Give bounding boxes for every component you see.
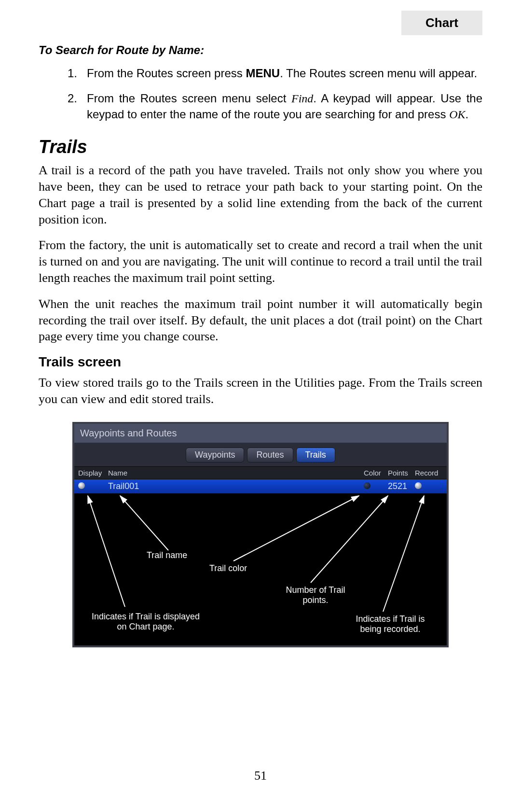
trail-row[interactable]: Trail001 2521 (74, 479, 447, 493)
text: . (465, 108, 468, 121)
step-2: 2. From the Routes screen menu select Fi… (68, 91, 482, 122)
text: From the Routes screen press (87, 67, 246, 80)
svg-line-3 (311, 496, 388, 583)
search-route-heading: To Search for Route by Name: (39, 43, 482, 57)
text: Number of Trail (286, 585, 345, 595)
tab-trails[interactable]: Trails (296, 448, 335, 462)
column-headers: Display Name Color Points Record (74, 466, 447, 479)
text: points. (302, 595, 328, 605)
svg-line-4 (383, 496, 424, 612)
anno-num-points: Number of Trail points. (272, 585, 359, 606)
col-color: Color (364, 469, 388, 477)
col-points: Points (388, 469, 415, 477)
window-title: Waypoints and Routes (74, 424, 447, 444)
name-cell: Trail001 (108, 481, 364, 491)
text: being recorded. (360, 624, 420, 634)
page-number: 51 (0, 769, 521, 783)
svg-line-2 (233, 496, 359, 561)
text: Indicates if Trail is displayed (92, 612, 200, 621)
step-number: 1. (68, 66, 87, 81)
device-screenshot: Waypoints and Routes Waypoints Routes Tr… (72, 422, 449, 647)
step-1: 1. From the Routes screen press MENU. Th… (68, 66, 482, 81)
col-display: Display (78, 469, 108, 477)
col-record: Record (415, 469, 443, 477)
text: Indicates if Trail is (356, 614, 425, 624)
page-content: To Search for Route by Name: 1. From the… (39, 43, 482, 647)
trails-paragraph-3: When the unit reaches the maximum trail … (39, 296, 482, 345)
text: on Chart page. (117, 622, 174, 631)
annotation-area: Trail name Trail color Number of Trail p… (74, 493, 447, 645)
anno-display: Indicates if Trail is displayed on Chart… (78, 612, 213, 632)
record-cell (415, 481, 443, 491)
color-cell (364, 481, 388, 491)
radio-dot-icon (78, 482, 85, 489)
trails-heading: Trails (39, 137, 482, 157)
anno-trail-color: Trail color (209, 563, 247, 574)
header-section-tab: Chart (401, 11, 482, 35)
step-body: From the Routes screen menu select Find.… (87, 91, 482, 122)
italic-text: Find (291, 92, 313, 105)
trails-screen-heading: Trails screen (39, 354, 482, 370)
bold-text: MENU (246, 67, 280, 80)
trails-paragraph-1: A trail is a record of the path you have… (39, 162, 482, 227)
trails-paragraph-2: From the factory, the unit is automatica… (39, 237, 482, 286)
anno-record: Indicates if Trail is being recorded. (342, 614, 439, 635)
italic-text: OK (449, 108, 465, 121)
step-body: From the Routes screen press MENU. The R… (87, 66, 482, 81)
trails-screen-paragraph: To view stored trails go to the Trails s… (39, 375, 482, 407)
display-cell (78, 481, 108, 491)
points-cell: 2521 (388, 481, 415, 491)
color-swatch-icon (364, 482, 370, 489)
svg-line-1 (120, 496, 168, 550)
tab-routes[interactable]: Routes (247, 448, 293, 462)
col-name: Name (108, 469, 364, 477)
tabs-row: Waypoints Routes Trails (74, 444, 447, 466)
trails-screen-figure: Waypoints and Routes Waypoints Routes Tr… (72, 422, 449, 647)
text: From the Routes screen menu select (87, 92, 291, 105)
svg-line-0 (88, 496, 125, 607)
radio-dot-icon (415, 482, 422, 489)
text: . The Routes screen menu will appear. (280, 67, 477, 80)
tab-waypoints[interactable]: Waypoints (186, 448, 244, 462)
anno-trail-name: Trail name (147, 550, 187, 561)
step-number: 2. (68, 91, 87, 122)
